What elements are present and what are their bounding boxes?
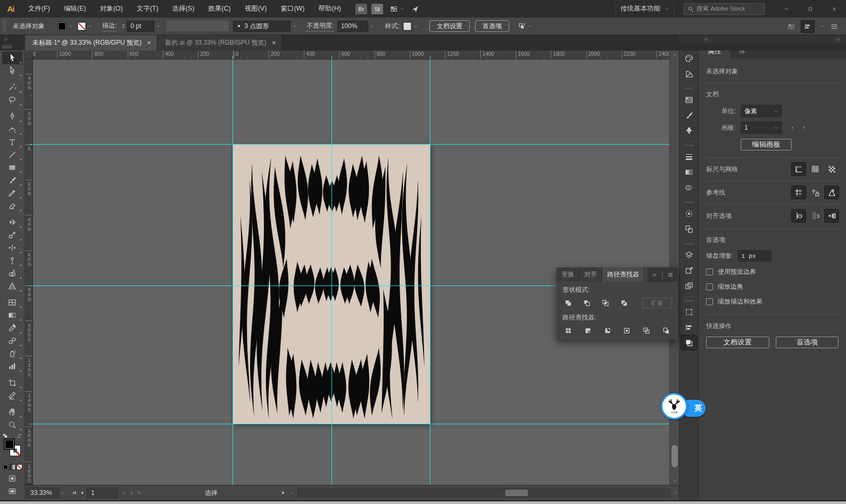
opacity-label[interactable]: 不透明度:: [306, 21, 334, 31]
scale-tool[interactable]: [2, 229, 22, 241]
intersect-button[interactable]: [600, 298, 611, 308]
dock-appearance-panel-button[interactable]: [681, 206, 697, 221]
next-artboard-nav-icon[interactable]: [129, 490, 135, 495]
snap-snap-point-button[interactable]: [825, 209, 839, 222]
dock-brushes-panel-button[interactable]: [681, 108, 697, 122]
toolbar-collapse-icon[interactable]: [3, 37, 9, 42]
dock-transform-panel-button[interactable]: [681, 305, 697, 319]
dock-artboards-panel-button[interactable]: [681, 263, 697, 278]
puppet-warp-tool[interactable]: [2, 254, 22, 267]
drawing-modes-button[interactable]: [8, 474, 16, 483]
dock-symbols-panel-button[interactable]: [681, 123, 697, 138]
workspace-switcher[interactable]: 传统基本功能: [616, 4, 674, 14]
document-tab-0[interactable]: 未标题-1* @ 33.33% (RGB/GPU 预览)✕: [25, 35, 157, 51]
divide-button[interactable]: [562, 325, 574, 335]
toolbar-drag-handle[interactable]: [1, 44, 13, 49]
artboard-select[interactable]: 1: [741, 121, 782, 134]
minus-front-button[interactable]: [581, 298, 593, 308]
gradient-tool[interactable]: [2, 309, 22, 322]
dock-swatches-panel-button[interactable]: [681, 93, 697, 107]
guides-guides-lock-button[interactable]: [808, 186, 822, 199]
fill-proxy[interactable]: [4, 439, 15, 450]
controlbar-grip[interactable]: [3, 20, 6, 32]
chevron-down-icon[interactable]: [820, 24, 825, 29]
ime-logo[interactable]: 行走客: [661, 393, 687, 419]
style-dropdown[interactable]: [412, 21, 419, 31]
dock-transparency-panel-button[interactable]: [681, 180, 697, 195]
shape-builder-tool[interactable]: [2, 267, 22, 280]
snap-snap-pixel-button[interactable]: [792, 209, 806, 222]
quick-button-st[interactable]: St: [371, 4, 383, 14]
stroke-weight-label[interactable]: 描边:: [102, 21, 117, 31]
panel-collapse-icon[interactable]: [652, 272, 657, 278]
minus-back-button[interactable]: [660, 325, 672, 335]
rulers-grids-ruler-corner-button[interactable]: [792, 163, 806, 175]
zoom-level-dropdown[interactable]: [59, 488, 67, 498]
zoom-tool[interactable]: [2, 418, 22, 431]
first-artboard-icon[interactable]: [72, 490, 77, 495]
direct-selection-tool[interactable]: [2, 64, 22, 77]
eyedropper-tool[interactable]: [2, 322, 22, 334]
checkbox-2[interactable]: [706, 298, 713, 305]
quick-action-0-button[interactable]: 文档设置: [706, 337, 769, 348]
dock-pathfinder-panel-button[interactable]: [681, 335, 697, 350]
hand-tool[interactable]: [2, 406, 22, 418]
menu-item-7[interactable]: 窗口(W): [273, 0, 311, 18]
type-tool[interactable]: [2, 136, 22, 148]
next-artboard-icon[interactable]: [801, 125, 807, 130]
rotate-tool[interactable]: [2, 216, 22, 229]
guides-smart-guides-button[interactable]: [825, 186, 839, 199]
paintbrush-tool[interactable]: [2, 174, 22, 187]
panel-flyout-menu-icon[interactable]: [667, 272, 674, 278]
gradient-mode-button[interactable]: [10, 464, 15, 470]
default-colors-icon[interactable]: [3, 433, 8, 439]
brush-dropdown-chevron[interactable]: [291, 21, 298, 31]
width-tool[interactable]: [2, 241, 22, 254]
menu-item-0[interactable]: 文件(F): [21, 0, 57, 18]
unit-select[interactable]: 像素: [741, 105, 782, 117]
unite-button[interactable]: [562, 298, 574, 308]
dock-asset-export-panel-button[interactable]: [681, 279, 697, 293]
stroke-weight-value[interactable]: 0 pt: [127, 21, 154, 32]
menu-item-6[interactable]: 视图(V): [238, 0, 274, 18]
minimize-button[interactable]: [774, 0, 798, 18]
dock-color-guide-panel-button[interactable]: [681, 66, 697, 81]
stroke-color-swatch[interactable]: [77, 22, 86, 31]
guides-guides-button[interactable]: [792, 186, 806, 199]
horizontal-scroll-thumb[interactable]: [505, 490, 528, 496]
blend-tool[interactable]: [2, 334, 22, 347]
keyboard-increment-input[interactable]: 1 px: [737, 250, 772, 262]
document-tab-1[interactable]: 新的.ai @ 33.33% (RGB/GPU 预览)✕: [157, 35, 283, 51]
menu-item-3[interactable]: 文字(T): [130, 0, 165, 18]
perspective-grid-tool[interactable]: [2, 280, 22, 292]
menu-item-8[interactable]: 帮助(H): [312, 0, 348, 18]
menu-item-1[interactable]: 编辑(E): [57, 0, 93, 18]
eraser-tool[interactable]: [2, 199, 22, 212]
scroll-up-arrow[interactable]: [670, 51, 679, 59]
arrange-documents-icon[interactable]: [389, 5, 398, 13]
selection-tool[interactable]: [2, 52, 22, 64]
panel-menu-icon[interactable]: [830, 22, 839, 31]
dock-layers-panel-button[interactable]: [681, 248, 697, 262]
none-mode-button[interactable]: [16, 464, 22, 470]
checkbox-0[interactable]: [706, 268, 713, 275]
fill-color-swatch[interactable]: [57, 22, 67, 31]
exclude-button[interactable]: [618, 298, 630, 308]
rectangle-tool[interactable]: [2, 161, 22, 174]
quick-button-br[interactable]: Br: [355, 4, 367, 14]
stroke-weight-stepper[interactable]: [120, 21, 127, 31]
edit-artboards-button[interactable]: 编辑画板: [741, 139, 792, 150]
rulers-grids-grid-button[interactable]: [808, 163, 822, 175]
expand-panels-icon[interactable]: [703, 37, 709, 42]
close-tab-icon[interactable]: ✕: [272, 40, 276, 46]
scroll-right-icon[interactable]: [673, 491, 678, 495]
artboard-number-dropdown[interactable]: [120, 488, 127, 498]
guide-horizontal[interactable]: [33, 424, 669, 424]
status-expand-icon[interactable]: [280, 490, 286, 495]
guide-vertical[interactable]: [233, 60, 233, 485]
line-segment-tool[interactable]: [2, 148, 22, 161]
lasso-tool[interactable]: [2, 94, 22, 106]
close-button[interactable]: [822, 0, 846, 18]
prev-artboard-icon[interactable]: [790, 125, 795, 130]
artboard-tool[interactable]: [2, 376, 22, 389]
